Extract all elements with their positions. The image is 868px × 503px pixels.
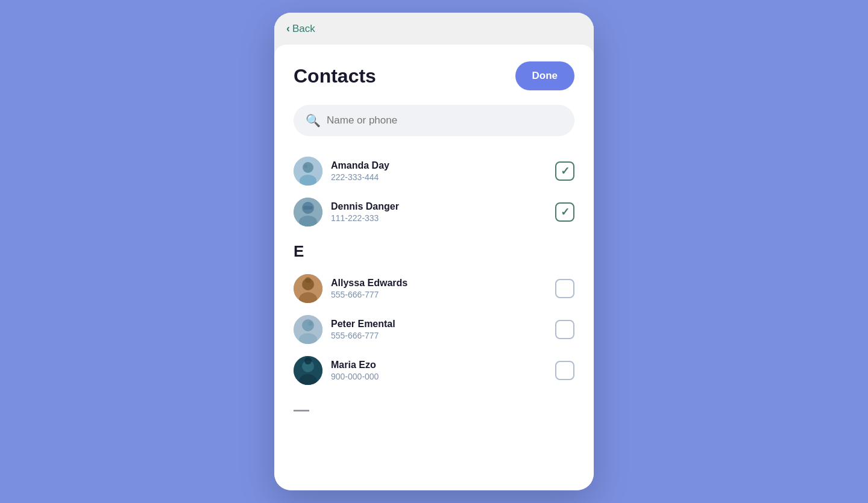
- contact-info: Dennis Danger 111-222-333: [331, 201, 547, 223]
- search-input[interactable]: [327, 114, 562, 127]
- section-label-e: E: [294, 242, 574, 261]
- svg-point-3: [304, 164, 307, 168]
- contact-info: Peter Emental 555-666-777: [331, 319, 547, 340]
- avatar: [294, 274, 322, 303]
- contact-phone: 111-222-333: [331, 213, 547, 223]
- contact-phone: 900-000-000: [331, 372, 547, 381]
- back-button[interactable]: ‹ Back: [286, 22, 315, 35]
- contact-item[interactable]: Peter Emental 555-666-777: [294, 309, 574, 350]
- section-e-list: Allyssa Edwards 555-666-777 Peter Ementa…: [294, 268, 574, 391]
- main-content: Contacts Done 🔍 Amanda Day: [274, 45, 594, 490]
- contact-info: Amanda Day 222-333-444: [331, 160, 547, 182]
- contact-name: Amanda Day: [331, 160, 547, 171]
- search-icon: 🔍: [306, 113, 321, 128]
- page-title: Contacts: [294, 65, 376, 87]
- contact-phone: 555-666-777: [331, 331, 547, 340]
- contact-item[interactable]: Maria Ezo 900-000-000: [294, 350, 574, 391]
- svg-point-11: [305, 277, 311, 283]
- contact-item[interactable]: Allyssa Edwards 555-666-777: [294, 268, 574, 309]
- contact-checkbox-amanda[interactable]: [555, 161, 574, 181]
- search-bar: 🔍: [294, 105, 574, 136]
- back-label: Back: [292, 23, 315, 35]
- back-chevron-icon: ‹: [286, 22, 290, 35]
- contact-phone: 222-333-444: [331, 172, 547, 182]
- contact-name: Maria Ezo: [331, 360, 547, 370]
- svg-point-13: [302, 319, 314, 331]
- contact-checkbox-maria[interactable]: [555, 361, 574, 380]
- contact-checkbox-peter[interactable]: [555, 320, 574, 339]
- svg-point-15: [308, 321, 313, 326]
- contact-name: Dennis Danger: [331, 201, 547, 212]
- contact-item[interactable]: Amanda Day 222-333-444: [294, 151, 574, 192]
- done-button[interactable]: Done: [515, 61, 575, 90]
- contact-name: Peter Emental: [331, 319, 547, 330]
- avatar: [294, 198, 322, 227]
- avatar: [294, 315, 322, 344]
- contact-info: Allyssa Edwards 555-666-777: [331, 278, 547, 299]
- svg-point-19: [304, 357, 312, 364]
- top-contacts-list: Amanda Day 222-333-444 Dennis Danger: [294, 151, 574, 233]
- contact-name: Allyssa Edwards: [331, 278, 547, 289]
- svg-rect-7: [303, 206, 313, 210]
- section-label-next: —: [294, 401, 574, 419]
- svg-point-1: [303, 162, 313, 173]
- avatar: [294, 157, 322, 186]
- contact-info: Maria Ezo 900-000-000: [331, 360, 547, 381]
- contact-item[interactable]: Dennis Danger 111-222-333: [294, 192, 574, 233]
- title-row: Contacts Done: [294, 61, 574, 90]
- contact-checkbox-dennis[interactable]: [555, 202, 574, 222]
- phone-container: ‹ Back Contacts Done 🔍: [274, 13, 594, 490]
- header-bar: ‹ Back: [274, 13, 594, 45]
- contact-phone: 555-666-777: [331, 290, 547, 299]
- contact-checkbox-allyssa[interactable]: [555, 279, 574, 298]
- avatar: [294, 356, 322, 385]
